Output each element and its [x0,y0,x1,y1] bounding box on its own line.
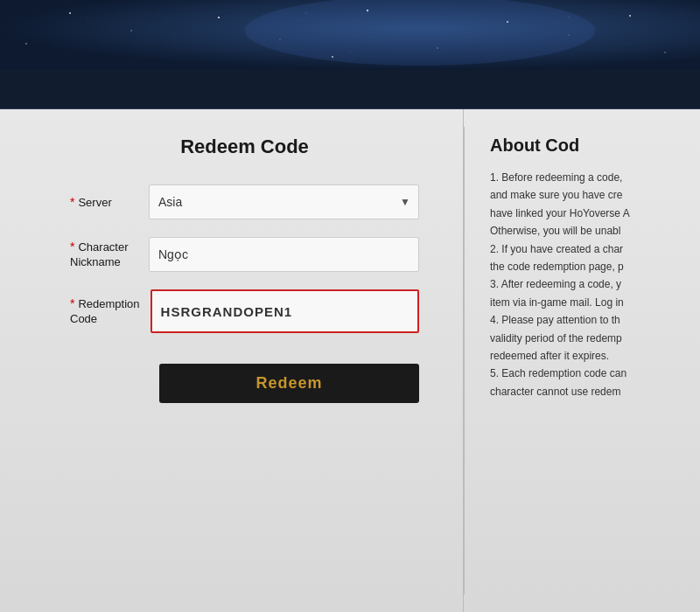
redemption-code-input[interactable] [150,289,419,333]
svg-point-11 [25,43,27,45]
required-star-server: * [70,195,74,209]
code-label-group: *Redemption Code [70,296,150,327]
navigation-bar [0,70,700,109]
redeem-form-panel: Redeem Code *Server Asia America Europe … [0,109,464,612]
server-select-wrapper[interactable]: Asia America Europe TW, HK, MO ▼ [149,184,419,219]
about-panel: About Cod 1. Before redeeming a code, an… [464,109,700,612]
redemption-code-row: *Redemption Code [70,289,419,333]
server-label: *Server [70,194,149,211]
svg-point-2 [130,30,131,31]
nickname-required: *Character [70,239,138,255]
svg-point-3 [218,17,220,18]
nickname-input[interactable] [149,237,419,272]
nickname-label-group: *Character Nickname [70,239,149,270]
server-row: *Server Asia America Europe TW, HK, MO ▼ [70,184,419,219]
redeem-button[interactable]: Redeem [159,364,419,403]
about-text: 1. Before redeeming a code, and make sur… [490,169,682,400]
vertical-divider [464,127,465,595]
code-required: *Redemption [70,296,140,312]
about-title: About Cod [490,136,682,156]
svg-point-10 [664,52,665,52]
form-title: Redeem Code [70,136,419,158]
svg-point-1 [69,12,71,14]
server-select[interactable]: Asia America Europe TW, HK, MO [149,184,419,219]
code-label-line2: Code [70,312,140,327]
nickname-row: *Character Nickname [70,237,419,272]
top-header [0,0,700,70]
main-content: Redeem Code *Server Asia America Europe … [0,109,700,612]
nickname-label-line2: Nickname [70,255,138,270]
svg-point-9 [629,15,631,17]
